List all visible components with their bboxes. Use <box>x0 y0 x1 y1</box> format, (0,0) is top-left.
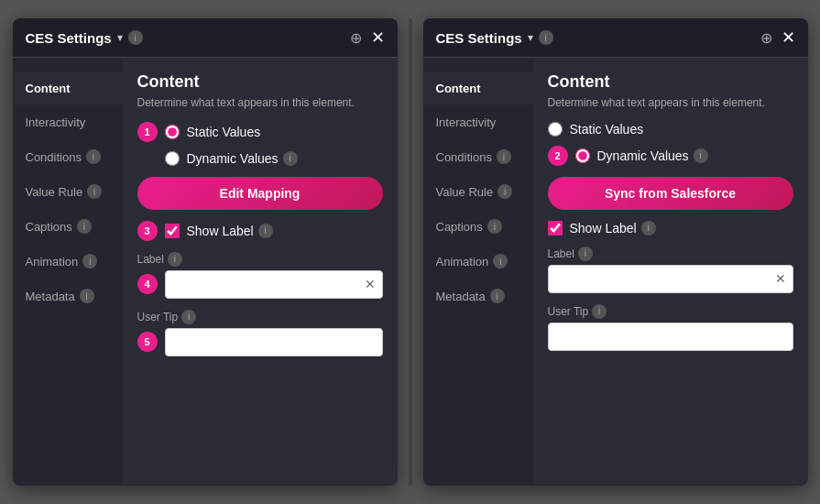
right-dynamic-radio[interactable] <box>575 148 590 163</box>
left-label-clear-button[interactable]: ✕ <box>365 277 376 291</box>
sidebar-item-content-right[interactable]: Content <box>423 72 533 104</box>
left-chevron-icon[interactable]: ▾ <box>117 31 123 44</box>
sidebar-item-animation-right[interactable]: Animation i <box>423 245 533 278</box>
right-content-area: Content Determine what text appears in t… <box>533 58 808 486</box>
left-content-desc: Determine what text appears in this elem… <box>137 95 383 111</box>
right-chevron-icon[interactable]: ▾ <box>528 31 533 44</box>
conditions-info-icon-right[interactable]: i <box>497 149 511 164</box>
valuerule-info-icon-left[interactable]: i <box>87 184 102 199</box>
sidebar-interactivity-label-right: Interactivity <box>436 115 497 129</box>
right-usertip-field-label: User Tip i <box>548 304 793 319</box>
left-label-field-group: Label i 4 ✕ <box>137 252 383 299</box>
left-step4-row: 4 ✕ <box>137 270 383 299</box>
sidebar-item-interactivity-right[interactable]: Interactivity <box>423 106 533 138</box>
right-dynamic-values-label: Dynamic Values i <box>597 148 708 163</box>
right-static-values-option[interactable]: Static Values <box>548 122 793 137</box>
left-usertip-input-wrapper <box>165 328 383 356</box>
sidebar-content-label-right: Content <box>436 82 481 95</box>
left-usertip-input[interactable] <box>165 328 383 356</box>
label-field-info-icon-left[interactable]: i <box>168 252 182 267</box>
animation-info-icon-left[interactable]: i <box>82 254 97 268</box>
right-label-input-wrapper: ✕ <box>548 265 793 293</box>
captions-info-icon-right[interactable]: i <box>487 219 502 234</box>
left-step5-row: 5 <box>137 328 383 356</box>
metadata-info-icon-left[interactable]: i <box>80 289 94 303</box>
left-action-button[interactable]: Edit Mapping <box>137 177 383 210</box>
valuerule-info-icon-right[interactable]: i <box>497 184 512 199</box>
right-panel-body: Content Interactivity Conditions i Value… <box>423 58 808 486</box>
right-header-info-icon[interactable]: i <box>539 30 553 45</box>
right-static-radio[interactable] <box>548 122 563 137</box>
left-step1-badge: 1 <box>137 122 158 142</box>
sidebar-item-valuerule-left[interactable]: Value Rule i <box>13 175 123 208</box>
left-pin-icon[interactable]: ⊕ <box>350 29 362 47</box>
left-dynamic-values-label: Dynamic Values i <box>187 151 298 166</box>
sidebar-conditions-label-right: Conditions <box>436 150 492 164</box>
left-show-label-option[interactable]: Show Label i <box>165 224 273 238</box>
sidebar-item-captions-left[interactable]: Captions i <box>13 210 123 243</box>
right-panel: CES Settings ▾ i ⊕ ✕ Content Interactivi… <box>423 18 808 486</box>
sidebar-valuerule-label-left: Value Rule <box>26 185 83 199</box>
left-sidebar: Content Interactivity Conditions i Value… <box>13 58 123 486</box>
left-label-input-wrapper: ✕ <box>165 270 383 299</box>
left-usertip-field-group: User Tip i 5 <box>137 310 383 356</box>
right-action-button[interactable]: Sync from Salesforce <box>548 177 793 210</box>
sidebar-item-conditions-right[interactable]: Conditions i <box>423 140 533 173</box>
metadata-info-icon-right[interactable]: i <box>490 289 505 303</box>
sidebar-item-animation-left[interactable]: Animation i <box>13 245 123 278</box>
left-close-icon[interactable]: ✕ <box>371 27 385 48</box>
right-usertip-input[interactable] <box>548 323 793 351</box>
left-step3-badge: 3 <box>137 221 158 241</box>
right-close-icon[interactable]: ✕ <box>782 27 795 48</box>
left-step5-badge: 5 <box>137 332 158 352</box>
right-sidebar: Content Interactivity Conditions i Value… <box>423 58 533 486</box>
usertip-info-icon-left[interactable]: i <box>181 310 196 324</box>
left-label-input[interactable] <box>165 270 383 299</box>
sidebar-item-conditions-left[interactable]: Conditions i <box>13 140 123 173</box>
right-content-desc: Determine what text appears in this elem… <box>548 95 793 111</box>
show-label-info-icon-right[interactable]: i <box>641 221 656 236</box>
left-panel-body: Content Interactivity Conditions i Value… <box>13 58 398 486</box>
right-show-label-text: Show Label i <box>570 221 656 236</box>
left-static-values-option[interactable]: Static Values <box>165 125 261 139</box>
sidebar-item-metadata-left[interactable]: Metadata i <box>13 279 123 312</box>
right-dynamic-values-option[interactable]: Dynamic Values i <box>575 148 708 163</box>
right-label-input[interactable] <box>548 265 793 293</box>
right-show-label-option[interactable]: Show Label i <box>548 221 793 236</box>
sidebar-item-interactivity-left[interactable]: Interactivity <box>13 106 123 138</box>
sidebar-item-captions-right[interactable]: Captions i <box>423 210 533 243</box>
left-label-field-label: Label i <box>137 252 383 267</box>
left-step3-row: 3 Show Label i <box>137 221 383 241</box>
sidebar-item-valuerule-right[interactable]: Value Rule i <box>423 175 533 208</box>
captions-info-icon-left[interactable]: i <box>77 219 92 234</box>
sidebar-item-content-left[interactable]: Content <box>13 72 123 104</box>
right-pin-icon[interactable]: ⊕ <box>760 29 772 47</box>
sidebar-item-metadata-right[interactable]: Metadata i <box>423 279 533 312</box>
left-content-title: Content <box>137 72 383 92</box>
dynamic-info-icon-left[interactable]: i <box>283 151 298 166</box>
right-usertip-field-group: User Tip i <box>548 304 793 351</box>
label-field-info-icon-right[interactable]: i <box>578 247 593 261</box>
left-usertip-field-label: User Tip i <box>137 310 383 324</box>
right-step2-badge: 2 <box>548 146 568 166</box>
left-static-radio[interactable] <box>165 125 180 139</box>
sidebar-captions-label-right: Captions <box>436 220 483 234</box>
right-usertip-input-wrapper <box>548 323 793 351</box>
right-show-label-checkbox[interactable] <box>548 221 563 236</box>
left-dynamic-radio[interactable] <box>165 151 180 166</box>
conditions-info-icon-left[interactable]: i <box>86 149 101 164</box>
left-content-area: Content Determine what text appears in t… <box>123 58 398 486</box>
sidebar-metadata-label-left: Metadata <box>26 290 75 303</box>
right-label-clear-button[interactable]: ✕ <box>775 271 786 286</box>
right-label-field-group: Label i ✕ <box>548 247 793 293</box>
left-show-label-checkbox[interactable] <box>165 224 180 238</box>
dynamic-info-icon-right[interactable]: i <box>694 148 708 163</box>
animation-info-icon-right[interactable]: i <box>493 254 508 268</box>
sidebar-conditions-label-left: Conditions <box>26 150 82 164</box>
usertip-info-icon-right[interactable]: i <box>592 304 607 319</box>
show-label-info-icon-left[interactable]: i <box>258 224 273 238</box>
left-header-info-icon[interactable]: i <box>128 30 143 45</box>
sidebar-metadata-label-right: Metadata <box>436 290 486 303</box>
right-step2-row: 2 Dynamic Values i <box>548 146 793 166</box>
left-dynamic-values-option[interactable]: Dynamic Values i <box>137 151 383 166</box>
